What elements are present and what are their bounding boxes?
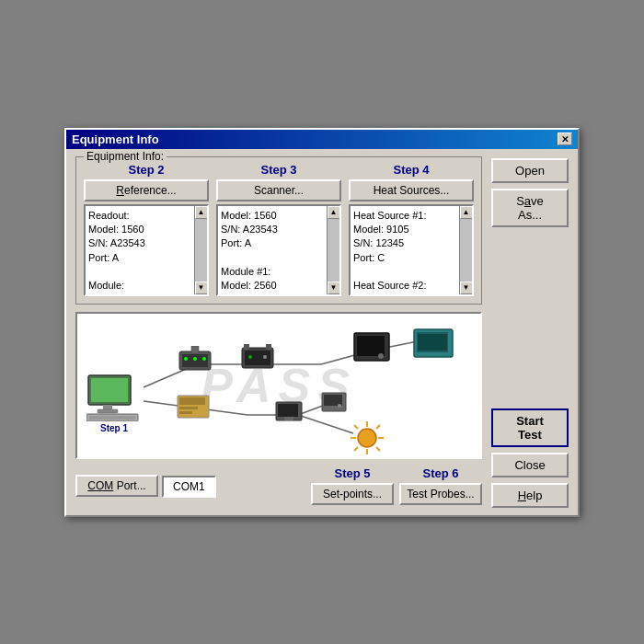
equipment-info-dialog: Equipment Info ✕ Equipment Info: Step 2 … [64, 128, 580, 517]
svg-rect-28 [357, 336, 385, 356]
step5-label: Step 5 [334, 466, 370, 480]
scroll-up-arrow[interactable]: ▲ [195, 206, 208, 219]
svg-line-47 [354, 447, 358, 451]
step4-content: Heat Source #1:Model: 9105S/N: 12345Port… [353, 209, 469, 292]
svg-point-18 [184, 357, 188, 361]
svg-line-46 [376, 425, 380, 429]
svg-point-19 [193, 357, 197, 361]
scanner-icon [241, 344, 274, 372]
scroll-track[interactable] [328, 219, 340, 282]
card-device-icon [177, 395, 210, 420]
svg-rect-17 [191, 346, 199, 353]
scroll-up-arrow[interactable]: ▲ [328, 206, 340, 219]
svg-rect-12 [98, 409, 118, 413]
step4-col: Step 4 Heat Sources... Heat Source #1:Mo… [349, 163, 474, 296]
step2-textbox: Readout:Model: 1560S/N: A23543Port: AMod… [84, 204, 209, 296]
heat-source-icon [353, 332, 390, 365]
small-device-icon [275, 401, 303, 425]
com-port-button[interactable]: COM Port... [75, 475, 158, 497]
start-test-button[interactable]: Start Test [491, 408, 569, 447]
open-button[interactable]: Open [491, 158, 569, 183]
step1-computer: Step 1 [86, 374, 142, 433]
scroll-down-arrow[interactable]: ▼ [460, 282, 473, 294]
computer-icon [86, 374, 142, 421]
step3-scrollbar[interactable]: ▲ ▼ [327, 206, 339, 294]
svg-rect-10 [91, 378, 128, 402]
device-heat1 [353, 332, 390, 365]
svg-rect-35 [284, 417, 293, 420]
step3-label: Step 3 [260, 163, 296, 177]
diagram-area: PASS [75, 312, 482, 459]
scroll-track[interactable] [460, 219, 473, 282]
left-panel: Equipment Info: Step 2 Reference... Read… [75, 156, 482, 508]
step5-bottom: Step 5 Set-points... [311, 466, 394, 508]
device-scanner [241, 344, 274, 372]
step2-content: Readout:Model: 1560S/N: A23543Port: AMod… [88, 209, 204, 292]
scroll-up-arrow[interactable]: ▲ [460, 206, 473, 219]
spacer-right [491, 233, 569, 403]
step2-col: Step 2 Reference... Readout:Model: 1560S… [84, 163, 209, 296]
save-as-button[interactable]: Save As... [491, 189, 569, 227]
svg-rect-51 [179, 411, 192, 414]
device-card [177, 395, 210, 420]
right-button-panel: Open Save As... Start Test Close Help [491, 156, 569, 508]
svg-point-20 [202, 357, 206, 361]
step6-bottom: Step 6 Test Probes... [399, 466, 482, 508]
svg-point-26 [263, 355, 267, 359]
svg-rect-14 [89, 416, 135, 420]
router-icon [178, 346, 212, 374]
device-middle-box [321, 392, 347, 414]
svg-rect-49 [179, 397, 205, 405]
step6-label: Step 6 [422, 466, 458, 480]
device-heat2 [413, 328, 454, 362]
svg-line-8 [298, 415, 353, 433]
step3-col: Step 3 Scanner... Model: 1560S/N: A23543… [216, 163, 341, 296]
svg-rect-34 [278, 404, 298, 417]
svg-line-45 [376, 447, 380, 451]
device-sun [349, 420, 385, 456]
heat-sources-button[interactable]: Heat Sources... [349, 179, 474, 201]
svg-line-44 [354, 425, 358, 429]
device-router [178, 346, 212, 374]
svg-rect-50 [179, 407, 198, 409]
svg-rect-23 [244, 344, 249, 350]
steps-row: Step 2 Reference... Readout:Model: 1560S… [84, 163, 474, 296]
scanner-button[interactable]: Scanner... [216, 179, 341, 201]
middle-box-icon [321, 392, 347, 414]
set-points-button[interactable]: Set-points... [311, 483, 394, 505]
step4-textbox: Heat Source #1:Model: 9105S/N: 12345Port… [349, 204, 474, 296]
svg-point-29 [378, 353, 384, 359]
svg-rect-22 [245, 351, 270, 365]
com-port-value: COM1 [162, 476, 216, 498]
step4-label: Step 4 [393, 163, 429, 177]
close-button[interactable]: Close [491, 453, 569, 477]
svg-point-38 [338, 404, 341, 408]
sun-icon [349, 420, 385, 456]
reference-button[interactable]: Reference... [84, 179, 209, 201]
equipment-info-group: Equipment Info: Step 2 Reference... Read… [75, 156, 482, 305]
help-button[interactable]: Help [491, 483, 569, 508]
svg-rect-11 [103, 405, 112, 409]
svg-point-39 [358, 429, 376, 447]
step3-textbox: Model: 1560S/N: A23543Port: AModule #1:M… [216, 204, 341, 296]
group-label: Equipment Info: [84, 150, 167, 163]
scroll-track[interactable] [195, 219, 208, 282]
dialog-title: Equipment Info [72, 132, 159, 146]
svg-rect-24 [266, 344, 271, 350]
bottom-controls: COM Port... COM1 Step 5 Set-points... St… [75, 466, 482, 508]
scroll-down-arrow[interactable]: ▼ [328, 282, 340, 294]
step4-scrollbar[interactable]: ▲ ▼ [459, 206, 472, 294]
step1-label: Step 1 [100, 423, 128, 433]
device-step5 [275, 401, 303, 425]
test-probes-button[interactable]: Test Probes... [399, 483, 482, 505]
step2-scrollbar[interactable]: ▲ ▼ [194, 206, 207, 294]
close-icon[interactable]: ✕ [558, 132, 572, 145]
svg-point-25 [248, 355, 252, 359]
svg-rect-32 [418, 334, 447, 351]
step2-label: Step 2 [128, 163, 164, 177]
scroll-down-arrow[interactable]: ▼ [195, 282, 208, 294]
step3-content: Model: 1560S/N: A23543Port: AModule #1:M… [221, 209, 337, 292]
com-port-area: COM Port... COM1 [75, 475, 216, 500]
title-bar: Equipment Info ✕ [66, 130, 578, 149]
teal-device-icon [413, 328, 454, 362]
